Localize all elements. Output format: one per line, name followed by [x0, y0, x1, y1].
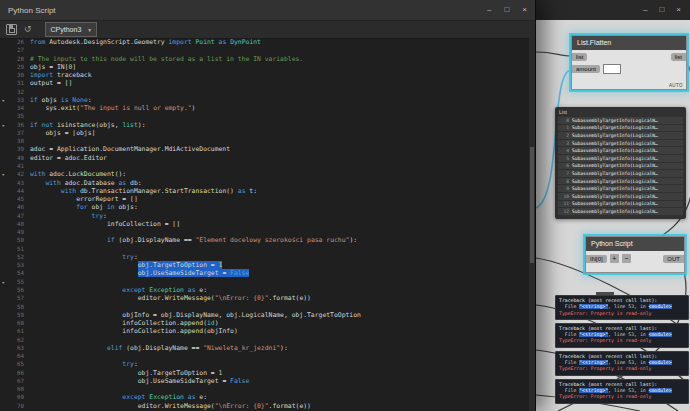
code-text[interactable]: output = []: [30, 79, 529, 87]
port-input-list[interactable]: list: [572, 53, 587, 61]
code-line[interactable]: 54 obj.UseSameSideTarget = False: [0, 269, 529, 277]
list-item[interactable]: 9SubassemblyTargetInfo(LogicalN…: [558, 185, 683, 192]
code-line[interactable]: 26from Autodesk.DesignScript.Geometry im…: [0, 38, 529, 46]
list-item[interactable]: 8SubassemblyTargetInfo(LogicalN…: [558, 178, 683, 185]
code-text[interactable]: [30, 352, 529, 360]
code-text[interactable]: objInfo = obj.DisplayName, obj.LogicalNa…: [30, 311, 529, 319]
list-item[interactable]: 5SubassemblyTargetInfo(LogicalN…: [558, 155, 683, 162]
code-line[interactable]: 27: [0, 46, 529, 54]
list-item[interactable]: 2SubassemblyTargetInfo(LogicalN…: [558, 132, 683, 139]
code-line[interactable]: 60 infoCollection.append(id): [0, 319, 529, 327]
code-line[interactable]: 45 errorReport = []: [0, 195, 529, 203]
code-line[interactable]: 41: [0, 162, 529, 170]
code-line[interactable]: 52 try:: [0, 253, 529, 261]
list-item[interactable]: 1SubassemblyTargetInfo(LogicalN…: [558, 125, 683, 132]
code-text[interactable]: with db.TransactionManager.StartTransact…: [30, 187, 529, 195]
code-line[interactable]: 66 obj.TargetToOption = 1: [0, 369, 529, 377]
code-text[interactable]: objs = IN[0]: [30, 63, 529, 71]
add-input-button[interactable]: +: [610, 254, 619, 263]
code-text[interactable]: elif (obj.DisplayName == "Niweleta_kr_je…: [30, 344, 529, 352]
undo-icon[interactable]: ↺: [24, 25, 32, 34]
code-line[interactable]: 31output = []: [0, 79, 529, 87]
code-line[interactable]: 49: [0, 228, 529, 236]
code-text[interactable]: if objs is None:: [30, 96, 529, 104]
code-line[interactable]: 64: [0, 352, 529, 360]
app-close-button[interactable]: ×: [676, 6, 681, 14]
code-text[interactable]: [30, 46, 529, 54]
code-line[interactable]: 35: [0, 112, 529, 120]
code-line[interactable]: 61 infoCollection.append(objInfo): [0, 327, 529, 335]
list-item[interactable]: 4SubassemblyTargetInfo(LogicalN…: [558, 147, 683, 154]
code-text[interactable]: infoCollection = []: [30, 220, 529, 228]
code-text[interactable]: # The inputs to this node will be stored…: [30, 55, 529, 63]
list-item[interactable]: 0SubassemblyTargetInfo(LogicalN…: [558, 117, 683, 124]
port-input-amount[interactable]: amount: [572, 65, 600, 73]
code-text[interactable]: [30, 336, 529, 344]
code-line[interactable]: 29objs = IN[0]: [0, 63, 529, 71]
code-text[interactable]: try:: [30, 360, 529, 368]
code-line[interactable]: 69 except Exception as e:: [0, 393, 529, 401]
code-line[interactable]: 38: [0, 137, 529, 145]
code-line[interactable]: 62: [0, 336, 529, 344]
lacing-indicator[interactable]: AUTO: [669, 83, 683, 88]
code-text[interactable]: obj.TargetToOption = 1: [30, 369, 529, 377]
code-text[interactable]: [30, 112, 529, 120]
app-minimize-button[interactable]: –: [643, 6, 647, 14]
code-line[interactable]: ▸36if not isinstance(objs, list):: [0, 121, 529, 129]
code-line[interactable]: 28# The inputs to this node will be stor…: [0, 55, 529, 63]
code-text[interactable]: import traceback: [30, 71, 529, 79]
code-text[interactable]: [30, 303, 529, 311]
code-line[interactable]: 47 try:: [0, 212, 529, 220]
code-line[interactable]: 56 except Exception as e:: [0, 286, 529, 294]
app-maximize-button[interactable]: □: [659, 6, 664, 14]
code-editor[interactable]: 26from Autodesk.DesignScript.Geometry im…: [0, 37, 529, 411]
wire[interactable]: [536, 52, 571, 56]
code-text[interactable]: try:: [30, 253, 529, 261]
code-line[interactable]: 32: [0, 88, 529, 96]
code-text[interactable]: try:: [30, 212, 529, 220]
code-text[interactable]: editor.WriteMessage("\nError: {0}".forma…: [30, 294, 529, 302]
code-line[interactable]: 48 infoCollection = []: [0, 220, 529, 228]
port-output-list[interactable]: list: [671, 53, 686, 61]
code-text[interactable]: obj.UseSameSideTarget = False: [30, 269, 529, 277]
code-line[interactable]: 40editor = adoc.Editor: [0, 154, 529, 162]
code-text[interactable]: [30, 278, 529, 286]
code-line[interactable]: 44 with db.TransactionManager.StartTrans…: [0, 187, 529, 195]
port-input-in0[interactable]: IN[0]: [586, 255, 607, 263]
node-preview-bubble[interactable]: List 0SubassemblyTargetInfo(LogicalN…1Su…: [555, 107, 686, 219]
code-text[interactable]: errorReport = []: [30, 195, 529, 203]
code-text[interactable]: except Exception as e:: [30, 286, 529, 294]
code-line[interactable]: 34 sys.exit("The input is null or empty.…: [0, 104, 529, 112]
code-line[interactable]: 67 obj.UseSameSideTarget = False: [0, 377, 529, 385]
code-text[interactable]: [30, 385, 529, 393]
code-text[interactable]: [30, 137, 529, 145]
engine-dropdown[interactable]: CPython3 ▾: [45, 22, 98, 37]
code-text[interactable]: if (obj.DisplayName == "Element docelowy…: [30, 236, 529, 244]
code-line[interactable]: 65 try:: [0, 360, 529, 368]
code-text[interactable]: with adoc.LockDocument():: [30, 170, 529, 178]
save-icon[interactable]: [6, 24, 17, 35]
code-line[interactable]: 57 editor.WriteMessage("\nError: {0}".fo…: [0, 294, 529, 302]
list-item[interactable]: 7SubassemblyTargetInfo(LogicalN…: [558, 170, 683, 177]
code-line[interactable]: 68: [0, 385, 529, 393]
code-text[interactable]: if not isinstance(objs, list):: [30, 121, 529, 129]
code-text[interactable]: obj.UseSameSideTarget = False: [30, 377, 529, 385]
code-text[interactable]: [30, 245, 529, 253]
list-item[interactable]: 3SubassemblyTargetInfo(LogicalN…: [558, 140, 683, 147]
editor-titlebar[interactable]: Python Script – □ ×: [0, 0, 535, 21]
close-button[interactable]: ×: [522, 6, 527, 14]
list-item[interactable]: 6SubassemblyTargetInfo(LogicalN…: [558, 163, 683, 170]
code-text[interactable]: editor = adoc.Editor: [30, 154, 529, 162]
code-line[interactable]: 63 elif (obj.DisplayName == "Niweleta_kr…: [0, 344, 529, 352]
code-text[interactable]: sys.exit("The input is null or empty."): [30, 104, 529, 112]
code-text[interactable]: infoCollection.append(id): [30, 319, 529, 327]
code-text[interactable]: [30, 228, 529, 236]
scrollbar-thumb[interactable]: [530, 147, 534, 263]
code-text[interactable]: obj.TargetToOption = 1: [30, 261, 529, 269]
code-text[interactable]: infoCollection.append(objInfo): [30, 327, 529, 335]
code-line[interactable]: 53 obj.TargetToOption = 1: [0, 261, 529, 269]
node-title[interactable]: List.Flatten: [572, 36, 686, 50]
code-line[interactable]: 51: [0, 245, 529, 253]
code-line[interactable]: 39adoc = Application.DocumentManager.Mdi…: [0, 145, 529, 153]
amount-default-value-field[interactable]: [603, 64, 621, 74]
